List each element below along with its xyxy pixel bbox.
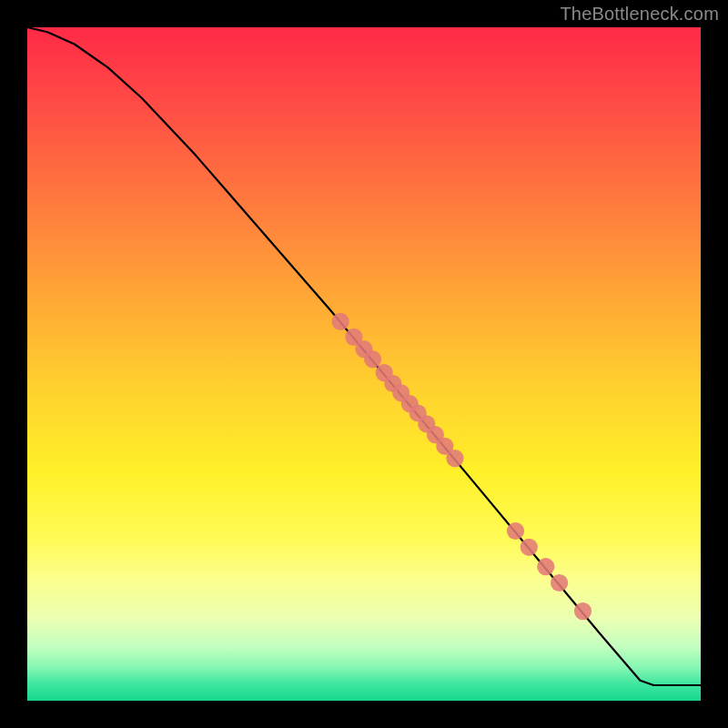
data-marker	[574, 602, 592, 620]
data-marker	[551, 574, 568, 592]
data-marker	[332, 313, 349, 330]
data-marker	[446, 450, 463, 467]
plot-area	[27, 27, 701, 701]
chart-svg	[27, 27, 701, 701]
chart-stage: TheBottleneck.com	[0, 0, 728, 728]
data-marker	[507, 522, 524, 540]
watermark-text: TheBottleneck.com	[560, 4, 719, 25]
data-marker	[521, 539, 538, 556]
data-marker	[537, 558, 554, 575]
data-marker	[364, 350, 381, 368]
